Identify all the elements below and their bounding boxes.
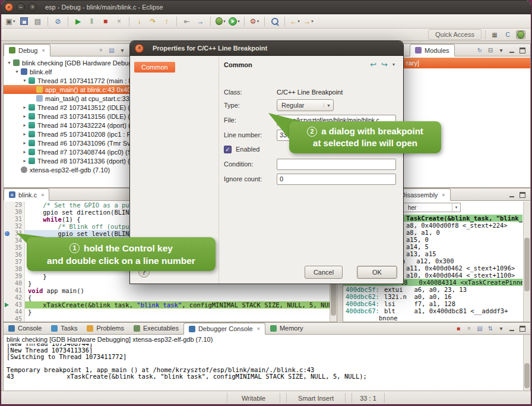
new-wizard-icon[interactable]: ▣▾	[4, 15, 17, 27]
forward-icon-dropdown[interactable]: ▾	[311, 19, 314, 24]
tab-debug[interactable]: Debug	[4, 44, 50, 56]
debug-icon-dropdown[interactable]: ▾	[223, 19, 226, 24]
tab-executables[interactable]: Executables	[129, 322, 183, 334]
maximize-view-icon[interactable]	[518, 324, 527, 333]
tab-console[interactable]: Console	[4, 322, 46, 334]
tab-problems[interactable]: Problems	[82, 322, 128, 334]
tab-debugger-console[interactable]: Debugger Console	[183, 323, 265, 335]
remove-all-terminated-icon[interactable]: ×	[96, 46, 106, 55]
tab-close-icon[interactable]	[41, 192, 44, 198]
line-number[interactable]: 38	[11, 266, 25, 273]
debug-view-menu-icon[interactable]: ▾	[118, 46, 127, 55]
window-minimize-button[interactable]: –	[17, 3, 25, 11]
line-number[interactable]: 32	[11, 223, 25, 230]
forward-icon[interactable]: →▾	[302, 15, 315, 27]
console-scrollbar[interactable]	[523, 335, 530, 391]
debug-tree-item[interactable]: ▸Thread #3 1073413156 (IDLE) (Susp	[4, 112, 130, 121]
tree-expander-icon[interactable]: ▸	[21, 140, 28, 146]
type-dropdown[interactable]: Regular ▼	[277, 99, 334, 111]
refresh-modules-icon[interactable]: ↻	[475, 46, 484, 55]
disconnect-icon[interactable]: ×	[113, 15, 125, 27]
suspend-icon[interactable]: ‖	[86, 15, 98, 27]
ok-button[interactable]: OK	[357, 266, 397, 279]
search-icon[interactable]	[268, 15, 281, 27]
debug-perspective-icon[interactable]	[516, 30, 525, 39]
debug-tree-item[interactable]: ▸Thread #4 1073432224 (dport) (Sus	[4, 121, 130, 130]
terminate-icon[interactable]: ■	[454, 324, 463, 333]
tree-expander-icon[interactable]: ▾	[6, 60, 12, 65]
tree-expander-icon[interactable]: ▸	[21, 158, 28, 163]
code-text[interactable]: {	[25, 294, 337, 301]
debug-tree-item[interactable]: app_main() at blink.c:43 0x400db	[4, 85, 130, 94]
line-number[interactable]: 39	[11, 273, 25, 280]
tree-expander-icon[interactable]: ▸	[21, 114, 28, 119]
view-menu-icon[interactable]: ▾	[392, 62, 395, 67]
line-number[interactable]: 36	[11, 251, 25, 259]
ignore-count-input[interactable]	[277, 174, 396, 185]
scroll-lock-icon[interactable]: ⇅	[486, 324, 495, 333]
debug-tree-item[interactable]: main_task() at cpu_start.c:339 0x4	[4, 94, 130, 103]
step-return-icon[interactable]: ↑	[160, 15, 173, 27]
instruction-stepping-icon[interactable]: →	[194, 15, 207, 27]
minimize-view-icon[interactable]	[507, 190, 517, 199]
tree-expander-icon[interactable]: ▾	[21, 78, 28, 83]
debug-tree-item[interactable]: ▾Thread #1 1073411772 (main : Runn	[4, 76, 130, 85]
save-icon[interactable]	[18, 15, 30, 27]
tab-memory[interactable]: Memory	[265, 322, 308, 334]
minimize-view-icon[interactable]	[507, 46, 517, 55]
step-into-icon[interactable]: ↓	[133, 15, 145, 27]
code-text[interactable]	[25, 316, 337, 322]
new-wizard-icon-dropdown[interactable]: ▾	[13, 19, 15, 24]
collapse-all-icon[interactable]: ⊟	[486, 46, 495, 55]
disassembly-line[interactable]: 400dbc62:l32i.n a0, a0, 16	[343, 293, 522, 300]
clear-console-icon[interactable]: ▤	[475, 324, 484, 333]
line-number[interactable]: 41	[11, 287, 25, 294]
tab-blink-c[interactable]: c blink.c	[4, 188, 49, 201]
line-number[interactable]: 33	[11, 230, 25, 237]
tab-modules[interactable]: Modules	[410, 44, 455, 56]
step-over-icon[interactable]: ↷	[147, 15, 159, 27]
open-perspective-icon[interactable]: ▦	[490, 30, 499, 39]
debug-tree-item[interactable]: xtensa-esp32-elf-gdb (7.10)	[4, 165, 130, 174]
window-close-button[interactable]: ×	[5, 3, 13, 11]
disassembly-line[interactable]: 400dbc64:lsi f7, a1, 128	[343, 300, 522, 307]
debug-tree-item[interactable]: ▾blink.elf	[4, 67, 130, 76]
tab-close-icon[interactable]	[257, 326, 260, 332]
maximize-view-icon[interactable]	[518, 46, 527, 55]
debug-tree-item[interactable]: ▸Thread #6 1073431096 (Tmr Svc) (S	[4, 139, 130, 147]
console-scrollbar-thumb[interactable]	[524, 363, 530, 389]
line-number[interactable]: 44	[11, 309, 25, 316]
tree-expander-icon[interactable]: ▸	[21, 105, 28, 110]
line-number[interactable]: 35	[11, 244, 25, 251]
external-tools-icon-dropdown[interactable]: ▾	[257, 19, 259, 24]
code-text[interactable]: }	[25, 309, 337, 316]
external-tools-icon[interactable]: ⚙▾	[248, 15, 261, 27]
debug-tree-item[interactable]: ▸Thread #5 1073410208 (ipc1 : Runni	[4, 130, 130, 139]
line-number[interactable]: 37	[11, 259, 25, 266]
forward-icon[interactable]: ↪	[381, 60, 388, 69]
sidebar-item-common[interactable]: Common	[134, 62, 175, 73]
modules-view-menu-icon[interactable]: ▾	[496, 46, 506, 55]
back-icon-dropdown[interactable]: ▾	[297, 19, 300, 24]
back-icon[interactable]: ←▾	[289, 15, 301, 27]
cancel-button[interactable]: Cancel	[305, 266, 343, 279]
tree-expander-icon[interactable]: ▸	[21, 122, 28, 128]
line-number[interactable]: 45	[11, 316, 25, 322]
enabled-checkbox[interactable]: ✓	[224, 146, 232, 153]
window-maximize-button[interactable]: +	[28, 3, 37, 11]
tab-close-icon[interactable]	[442, 192, 445, 198]
run-icon[interactable]: ▾	[228, 15, 240, 27]
print-icon[interactable]: ▤	[31, 15, 44, 27]
remove-launch-icon[interactable]: ×	[464, 324, 474, 333]
dialog-close-button[interactable]: ×	[135, 44, 144, 53]
disassembly-line[interactable]: 400dbc67:blt a1, 0x400dbc81 <__adddf3+	[343, 307, 522, 314]
line-number[interactable]: 40	[11, 280, 25, 287]
disassembly-scrollbar-thumb[interactable]	[524, 238, 530, 292]
debug-tree-item[interactable]: ▸Thread #2 1073413512 (IDLE) (Susp	[4, 103, 130, 112]
back-icon[interactable]: ↩	[370, 60, 376, 69]
tab-tasks[interactable]: Tasks	[46, 322, 82, 334]
disassembly-line[interactable]: bnone	[343, 314, 522, 322]
run-icon-dropdown[interactable]: ▾	[238, 19, 240, 24]
condition-input[interactable]	[277, 159, 396, 170]
line-number[interactable]: 30	[11, 209, 25, 216]
